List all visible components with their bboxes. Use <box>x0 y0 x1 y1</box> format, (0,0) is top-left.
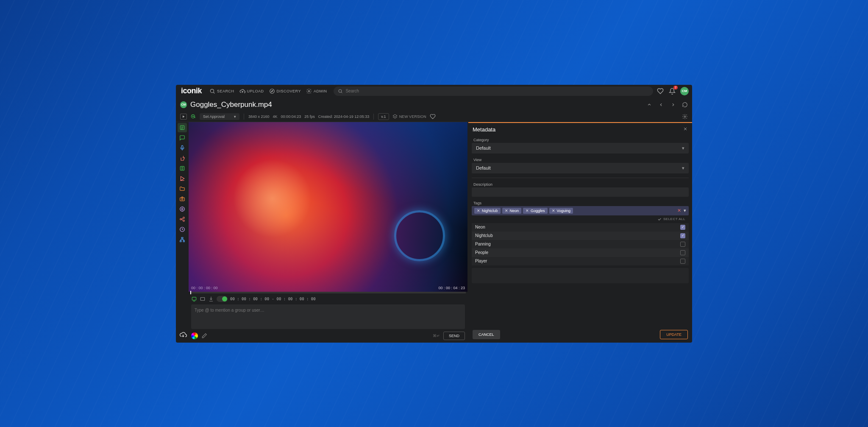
metadata-title: Metadata <box>473 126 495 133</box>
color-picker[interactable] <box>191 332 198 339</box>
tag-option-list: NeonNightclubPanningPeoplePlayer <box>472 223 689 265</box>
approval-dropdown[interactable]: Set Approval ▾ <box>200 113 239 120</box>
comment-textarea[interactable] <box>195 308 462 317</box>
tag-chip-label: Goggles <box>531 209 545 213</box>
tool-hierarchy[interactable] <box>178 235 187 244</box>
chevron-up-icon[interactable] <box>646 102 652 108</box>
global-search[interactable] <box>334 87 653 96</box>
version-badge[interactable]: v.1 <box>378 113 389 120</box>
description-input[interactable] <box>472 187 689 197</box>
tool-capture[interactable] <box>178 194 187 204</box>
tool-access[interactable] <box>178 204 187 214</box>
chevron-left-icon[interactable] <box>658 102 664 108</box>
settings-icon[interactable] <box>682 114 688 120</box>
favorites-button[interactable] <box>657 87 664 95</box>
download-icon[interactable] <box>208 296 214 302</box>
tags-input[interactable]: ✕Nightclub✕Neon✕Goggles✕Voguing ✕ ▾ <box>472 206 689 215</box>
refresh-icon[interactable] <box>682 102 688 108</box>
play-button[interactable] <box>180 114 187 120</box>
tag-checkbox[interactable] <box>680 225 685 230</box>
chevron-down-icon[interactable]: ▾ <box>684 208 686 213</box>
tag-checkbox[interactable] <box>680 233 685 238</box>
tag-chip[interactable]: ✕Nightclub <box>474 208 501 214</box>
tag-option[interactable]: Panning <box>472 240 689 248</box>
send-button[interactable]: SEND <box>443 332 465 340</box>
tool-share[interactable] <box>178 215 187 224</box>
tool-metadata[interactable] <box>178 123 187 132</box>
chevron-right-icon[interactable] <box>670 102 676 108</box>
annotate-icon[interactable] <box>191 296 197 302</box>
chevron-down-icon: ▾ <box>234 114 236 119</box>
remove-tag-icon[interactable]: ✕ <box>477 209 480 213</box>
svg-rect-20 <box>192 297 196 300</box>
tags-label: Tags <box>470 199 690 206</box>
svg-point-12 <box>181 208 183 210</box>
select-all-button[interactable]: SELECT ALL <box>470 215 690 223</box>
tag-chip[interactable]: ✕Voguing <box>549 208 573 214</box>
check-icon <box>657 217 662 221</box>
remove-tag-icon[interactable]: ✕ <box>505 209 508 213</box>
tag-option[interactable]: Neon <box>472 223 689 232</box>
cloud-download-icon[interactable] <box>179 331 187 338</box>
nav-discovery[interactable]: DISCOVERY <box>269 88 301 94</box>
clear-tags-icon[interactable]: ✕ <box>677 208 681 213</box>
tag-checkbox[interactable] <box>680 250 685 255</box>
remove-tag-icon[interactable]: ✕ <box>526 209 529 213</box>
svg-point-1 <box>270 89 274 93</box>
extra-field[interactable] <box>472 268 689 283</box>
frame-icon[interactable] <box>200 296 206 302</box>
top-bar: iconik SEARCH UPLOAD DISCOVERY ADMIN <box>176 85 692 98</box>
zoom-icon[interactable] <box>190 114 196 120</box>
layers-icon <box>392 114 398 119</box>
view-value: Default <box>476 165 491 170</box>
comment-box[interactable] <box>191 304 465 329</box>
tag-option[interactable]: People <box>472 248 689 257</box>
category-select[interactable]: Default ▾ <box>472 143 689 153</box>
tool-clip[interactable] <box>178 174 187 183</box>
main-nav: SEARCH UPLOAD DISCOVERY ADMIN <box>209 88 327 94</box>
user-avatar[interactable]: CM <box>680 87 689 95</box>
tool-approve[interactable] <box>178 153 187 163</box>
video-viewer[interactable]: 00 : 00 : 00 : 00 00 : 00 : 04 : 23 <box>189 122 467 292</box>
tag-option[interactable]: Player <box>472 257 689 265</box>
comment-toolbar: 00 : 00 : 00 : 00 - 00 : 00 : 00 : 00 <box>189 293 467 304</box>
close-panel-button[interactable] <box>683 126 688 132</box>
svg-point-2 <box>308 90 310 92</box>
new-version-button[interactable]: NEW VERSION <box>392 114 426 119</box>
tool-folder[interactable] <box>178 184 187 193</box>
nav-admin[interactable]: ADMIN <box>306 88 327 94</box>
pencil-icon[interactable] <box>201 333 207 339</box>
range-toggle[interactable] <box>217 296 228 302</box>
metadata-panel: Metadata Category Default ▾ View Default… <box>468 122 692 343</box>
svg-rect-19 <box>183 240 184 242</box>
brand-logo[interactable]: iconik <box>179 87 203 95</box>
svg-rect-17 <box>181 237 183 238</box>
nav-search[interactable]: SEARCH <box>209 88 234 94</box>
view-select[interactable]: Default ▾ <box>472 163 689 173</box>
tag-checkbox[interactable] <box>680 259 685 264</box>
tag-checkbox[interactable] <box>680 242 685 247</box>
nav-upload[interactable]: UPLOAD <box>239 88 264 94</box>
tool-history[interactable] <box>178 225 187 234</box>
owner-avatar[interactable]: CM <box>180 101 187 108</box>
notification-count: 7 <box>673 86 678 89</box>
tag-chip[interactable]: ✕Goggles <box>523 208 548 214</box>
tag-chip[interactable]: ✕Neon <box>502 208 522 214</box>
tool-comments[interactable] <box>178 133 187 142</box>
cancel-button[interactable]: CANCEL <box>473 330 500 339</box>
tag-option[interactable]: Nightclub <box>472 232 689 240</box>
heart-icon[interactable] <box>430 114 436 120</box>
scrub-bar[interactable] <box>190 292 466 293</box>
video-content <box>394 210 445 261</box>
range-out: 00 : 00 : 00 : 00 <box>277 297 316 301</box>
notifications-button[interactable]: 7 <box>668 87 676 95</box>
svg-point-3 <box>339 89 342 92</box>
tool-transcribe[interactable] <box>178 143 187 153</box>
comment-actions: ⌘↵ SEND <box>189 329 467 343</box>
tag-option-label: Nightclub <box>475 233 493 238</box>
tool-details[interactable] <box>178 164 187 173</box>
category-label: Category <box>470 136 690 143</box>
remove-tag-icon[interactable]: ✕ <box>552 209 555 213</box>
update-button[interactable]: UPDATE <box>660 330 688 339</box>
search-input[interactable] <box>345 89 649 93</box>
